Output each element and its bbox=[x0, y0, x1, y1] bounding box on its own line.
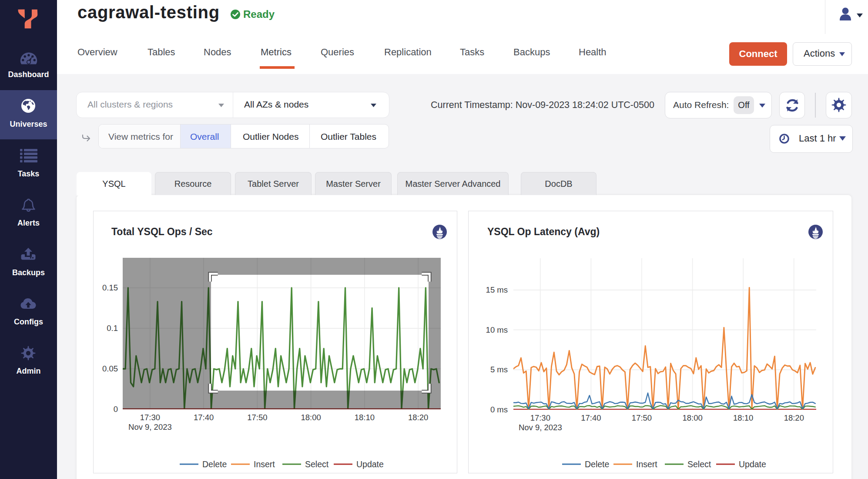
svg-text:0.05: 0.05 bbox=[102, 364, 118, 373]
svg-text:Nov 9, 2023: Nov 9, 2023 bbox=[128, 422, 172, 432]
svg-text:18:10: 18:10 bbox=[733, 413, 753, 422]
svg-text:0 ms: 0 ms bbox=[490, 405, 508, 414]
svg-text:Update: Update bbox=[739, 459, 766, 469]
svg-text:17:40: 17:40 bbox=[581, 413, 601, 422]
svg-text:17:40: 17:40 bbox=[194, 413, 214, 422]
svg-text:17:50: 17:50 bbox=[247, 413, 267, 422]
svg-text:Delete: Delete bbox=[585, 459, 609, 469]
svg-text:18:00: 18:00 bbox=[682, 413, 702, 422]
svg-text:Nov 9, 2023: Nov 9, 2023 bbox=[519, 423, 562, 432]
svg-text:18:10: 18:10 bbox=[355, 413, 375, 422]
svg-text:18:20: 18:20 bbox=[408, 413, 428, 422]
svg-text:Insert: Insert bbox=[636, 459, 657, 469]
svg-text:0.15: 0.15 bbox=[102, 283, 118, 292]
svg-text:17:30: 17:30 bbox=[530, 413, 550, 422]
svg-text:5 ms: 5 ms bbox=[490, 365, 508, 374]
svg-text:0.1: 0.1 bbox=[107, 324, 118, 333]
svg-text:Select: Select bbox=[305, 459, 329, 469]
svg-text:0: 0 bbox=[114, 405, 118, 414]
svg-text:Insert: Insert bbox=[254, 459, 275, 469]
svg-text:18:00: 18:00 bbox=[301, 413, 321, 422]
svg-text:17:50: 17:50 bbox=[632, 413, 652, 422]
svg-text:17:30: 17:30 bbox=[140, 413, 160, 422]
svg-text:10 ms: 10 ms bbox=[486, 325, 508, 334]
svg-text:Delete: Delete bbox=[202, 459, 227, 469]
svg-text:Select: Select bbox=[687, 459, 711, 469]
svg-text:18:20: 18:20 bbox=[784, 413, 804, 422]
svg-text:15 ms: 15 ms bbox=[486, 285, 508, 294]
svg-text:Update: Update bbox=[356, 459, 384, 469]
